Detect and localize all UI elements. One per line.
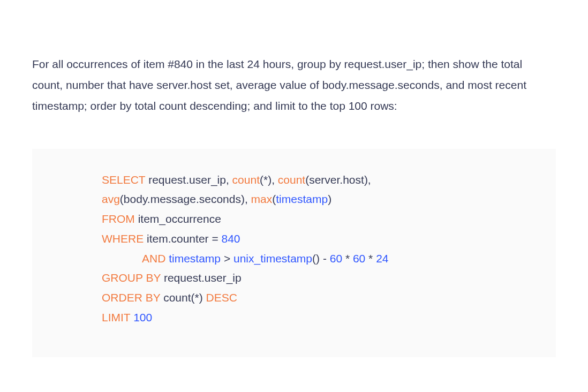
keyword-desc: DESC [206,291,237,304]
field-request-user-ip: request.user_ip, [145,174,232,186]
code-line-7: ORDER BY count(*) DESC [102,288,534,308]
timestamp-identifier: timestamp [169,252,221,265]
count-star-args: (*), [260,174,278,186]
keyword-limit: LIMIT [102,311,130,323]
group-by-field: request.user_ip [161,272,242,284]
empty-parens: () [312,252,320,265]
func-max: max [251,193,273,205]
avg-args: (body.message.seconds), [120,193,251,205]
code-line-6: GROUP BY request.user_ip [102,268,534,288]
keyword-select: SELECT [102,174,145,186]
func-unix-timestamp: unix_timestamp [233,252,312,265]
literal-100: 100 [133,311,152,323]
multiply: * [342,252,353,265]
func-avg: avg [102,193,120,205]
example-description: For all occurrences of item #840 in the … [32,54,556,117]
timestamp-identifier: timestamp [276,193,328,205]
literal-24: 24 [376,252,388,265]
keyword-order-by: ORDER BY [102,291,160,304]
multiply: * [365,252,376,265]
code-line-8: LIMIT 100 [102,308,534,328]
where-condition-1: item.counter = [144,232,221,245]
keyword-group-by: GROUP BY [102,272,161,284]
code-line-4: WHERE item.counter = 840 [102,229,534,249]
keyword-and: AND [142,252,165,265]
literal-60: 60 [330,252,342,265]
literal-840: 840 [222,232,240,245]
count-serverhost-args: (server.host), [305,174,371,186]
code-line-5: AND timestamp > unix_timestamp() - 60 * … [102,249,534,269]
close-paren: ) [328,193,331,205]
code-line-2: avg(body.message.seconds), max(timestamp… [102,190,534,209]
order-by-expr: count(*) [160,291,206,304]
literal-60: 60 [353,252,365,265]
code-line-3: FROM item_occurrence [102,209,534,229]
keyword-where: WHERE [102,232,144,245]
func-count: count [278,174,305,186]
minus: - [320,252,330,265]
func-count: count [232,174,260,186]
table-name: item_occurrence [135,213,221,225]
greater-than: > [221,252,233,265]
code-line-1: SELECT request.user_ip, count(*), count(… [102,170,534,190]
sql-code-block: SELECT request.user_ip, count(*), count(… [32,149,556,357]
page: For all occurrences of item #840 in the … [0,0,588,379]
keyword-from: FROM [102,213,135,225]
